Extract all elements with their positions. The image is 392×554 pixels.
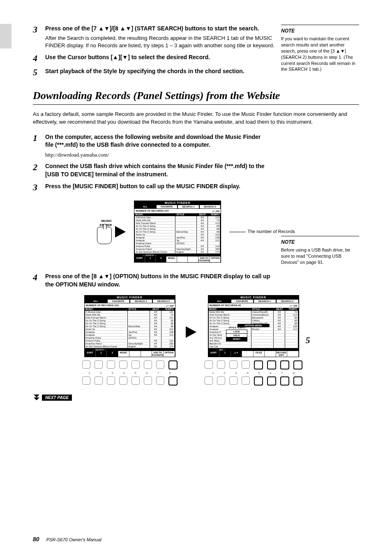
- table-row: Amboss Polka4/4116: [85, 339, 175, 342]
- step-heading: On the computer, access the following we…: [45, 133, 269, 149]
- footer-btn: SORT: [134, 256, 145, 262]
- music-finder-screen-left: MUSIC FINDER ALLFAVORITESEARCH 1SEARCH 2…: [84, 295, 175, 357]
- key-down: [131, 376, 140, 385]
- tab-all: ALL: [134, 205, 156, 209]
- table-row: American PatrolSaturdayNight4/4186: [135, 248, 220, 251]
- svg-marker-1: [34, 397, 39, 400]
- table-row: Air On The G StringBaroqueAir4/469: [209, 316, 298, 319]
- footer-btn: RECORD EDIT: [276, 351, 288, 357]
- step-number: 1: [33, 133, 45, 158]
- key-number: 4: [244, 371, 251, 375]
- table-row: AmapolaRumba4/4112: [209, 328, 298, 331]
- tab-favorite: FAVORITE: [107, 299, 130, 303]
- manual-title: PSR-S670 Owner's Manual: [46, 537, 101, 542]
- table-row: Amazing Grace(SONG): [135, 242, 220, 245]
- table-row: Air On The G String4/468: [85, 322, 175, 325]
- table-row: Abide With MeClassicPianoB14/472: [209, 311, 298, 314]
- opt-reset: RESET: [226, 337, 247, 341]
- style-tempo-label: –STYLE TEMPO–: [228, 326, 246, 329]
- table-row: American P: [209, 331, 298, 334]
- tab-search 1: SEARCH 1: [130, 299, 152, 303]
- key-number: 7: [155, 371, 162, 375]
- footer-btn: ADD TO FAVORITE: [198, 256, 210, 262]
- table-row: Aida Triumph March4/4112: [135, 222, 220, 225]
- table-row: An Der Schö: [209, 334, 298, 337]
- keypad-left: 12345678: [82, 360, 178, 385]
- table-row: Air On The G StringElectroStep4/468: [135, 231, 220, 233]
- table-row: AmapolaJazzPop4/4138: [135, 236, 220, 239]
- step-2: 2 Connect the USB flash drive which cont…: [33, 162, 359, 178]
- key-up: [82, 360, 90, 369]
- key-up: [293, 360, 302, 369]
- section-intro: As a factory default, some sample Record…: [33, 111, 359, 125]
- step-number: 3: [33, 182, 45, 192]
- footer-btn: ▲▼: [231, 351, 242, 357]
- tempo-header: ♩= 120: [290, 304, 297, 307]
- table-row: Amboss Polka4/4116: [135, 245, 220, 248]
- callout-5: 5: [306, 335, 310, 346]
- key-number: 6: [267, 371, 274, 375]
- tab-all: ALL: [85, 299, 107, 303]
- key-number: 5: [256, 371, 263, 375]
- key-up: [168, 360, 178, 369]
- footer-btn: OPTION: [164, 351, 175, 357]
- footer-btn: 2: [156, 256, 166, 262]
- footer-btn: 1: [96, 351, 107, 357]
- tab-search 1: SEARCH 1: [254, 299, 276, 303]
- key-number: 8: [290, 371, 297, 375]
- table-row: Aida Triumph March4/4112: [85, 316, 175, 319]
- table-row: Air On The G StringElectroStep4/468: [85, 325, 175, 328]
- table-row: AmapolaJig4/4112: [85, 334, 175, 337]
- key-number: 1: [86, 371, 93, 375]
- footer-btn: ADD TO FAVORITE: [152, 351, 164, 357]
- footer-btn: SORT: [208, 351, 220, 357]
- key-down: [82, 376, 90, 385]
- key-number: 3: [233, 371, 240, 375]
- key-down: [156, 376, 164, 385]
- key-number: 7: [279, 371, 286, 375]
- key-up: [131, 360, 140, 369]
- footer-btn: MUSIC: [118, 351, 129, 357]
- table-row: An Der Schönen Blauen DonauEnglish3/4174: [135, 251, 220, 254]
- table-row: Can Can: [209, 345, 298, 348]
- table-row: Abide With Me4/472: [85, 314, 175, 316]
- step-number: 5: [33, 67, 45, 77]
- key-up: [280, 360, 289, 369]
- footer-btn: OPTION: [210, 256, 221, 262]
- table-row: Amazing Grace(SONG): [85, 337, 175, 339]
- table-row: Air On The G String4/468: [135, 228, 220, 231]
- footer-btn: [242, 351, 254, 357]
- table-row: A Musical Joke4/4124: [135, 216, 220, 219]
- key-number: 2: [97, 371, 105, 375]
- page-number: 80: [33, 536, 39, 542]
- step-1: 1 On the computer, access the following …: [33, 133, 359, 158]
- key-down: [168, 376, 178, 385]
- step-heading: Press the [MUSIC FINDER] button to call …: [45, 182, 269, 191]
- footer-btn: [265, 351, 276, 357]
- key-number: 5: [132, 371, 139, 375]
- table-row: Aloha Oe4/4102: [85, 328, 175, 331]
- footer-btn: [188, 256, 198, 262]
- step-heading: Connect the USB flash drive which contai…: [45, 162, 269, 178]
- key-up: [242, 360, 250, 369]
- tempo-header: ♩= 120: [212, 210, 219, 212]
- note-title: NOTE: [281, 28, 359, 34]
- tab-favorite: FAVORITE: [156, 205, 178, 209]
- footer-btn: MUSIC: [166, 256, 177, 262]
- key-up: [95, 360, 103, 369]
- key-down: [119, 376, 127, 385]
- side-tab: [0, 24, 12, 48]
- screen-title: MUSIC FINDER: [134, 201, 221, 205]
- note-title: NOTE: [281, 239, 359, 245]
- option-submenu: LOCK HOLD RESET: [226, 330, 247, 342]
- footer-btn: 2: [107, 351, 118, 357]
- footer-btn: FILES: [254, 351, 265, 357]
- records-count: NUMBER OF RECORDS:123: [136, 210, 168, 212]
- table-row: AmapolaJazzPop4/4138: [85, 331, 175, 334]
- table-row: A Musical Joke4/4124: [85, 311, 175, 314]
- key-down: [217, 376, 225, 385]
- key-number: 1: [210, 371, 217, 375]
- section-title: Downloading Records (Panel Settings) fro…: [33, 90, 359, 105]
- key-up: [229, 360, 238, 369]
- footer-btn: [177, 256, 188, 262]
